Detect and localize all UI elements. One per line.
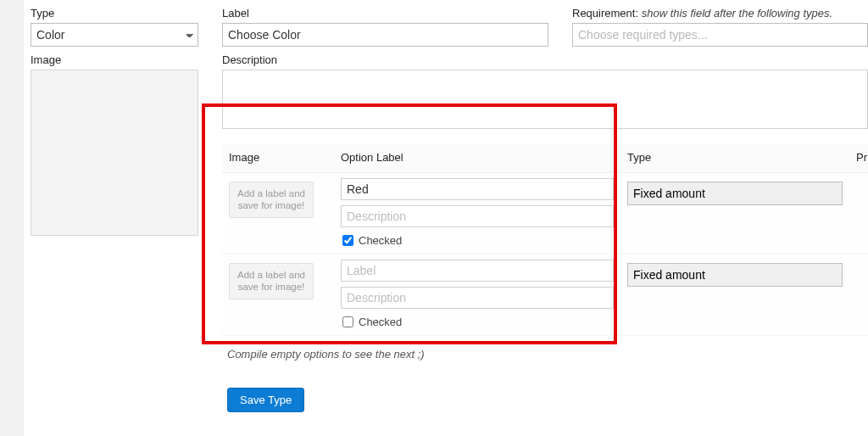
option-desc-input[interactable] <box>341 287 614 309</box>
save-type-button[interactable]: Save Type <box>227 388 304 412</box>
options-header-label: Option Label <box>334 144 620 173</box>
option-checked-checkbox[interactable] <box>342 235 353 246</box>
option-checked-label: Checked <box>359 316 402 328</box>
option-desc-input[interactable] <box>341 205 614 227</box>
option-label-input[interactable] <box>341 178 614 200</box>
option-checked-row[interactable]: Checked <box>341 232 614 254</box>
label-label: Label <box>222 7 548 20</box>
type-label: Type <box>31 7 198 20</box>
label-input[interactable] <box>222 23 548 47</box>
add-image-button[interactable]: Add a label and save for image! <box>229 182 314 218</box>
image-label: Image <box>31 53 198 66</box>
requirement-label: Requirement: show this field after the f… <box>572 7 868 20</box>
description-label: Description <box>222 53 868 66</box>
option-type-select[interactable]: Fixed amount <box>627 263 843 287</box>
option-label-input[interactable] <box>341 260 614 282</box>
description-textarea[interactable] <box>222 70 868 129</box>
options-header-image: Image <box>222 144 334 173</box>
option-checked-row[interactable]: Checked <box>341 314 614 335</box>
options-header-price: Pr <box>849 144 868 173</box>
type-select[interactable]: Color <box>31 23 198 47</box>
option-row: Add a label and save for image! Checked <box>222 173 868 254</box>
option-type-select[interactable]: Fixed amount <box>627 182 843 205</box>
option-row: Add a label and save for image! Checked <box>222 254 868 336</box>
requirement-input[interactable] <box>572 23 868 47</box>
option-checked-label: Checked <box>359 234 402 247</box>
add-image-button[interactable]: Add a label and save for image! <box>229 263 314 299</box>
options-hint: Compile empty options to see the next ;) <box>227 348 868 361</box>
image-placeholder[interactable] <box>31 70 198 236</box>
option-checked-checkbox[interactable] <box>342 316 353 327</box>
options-header-type: Type <box>620 144 849 173</box>
